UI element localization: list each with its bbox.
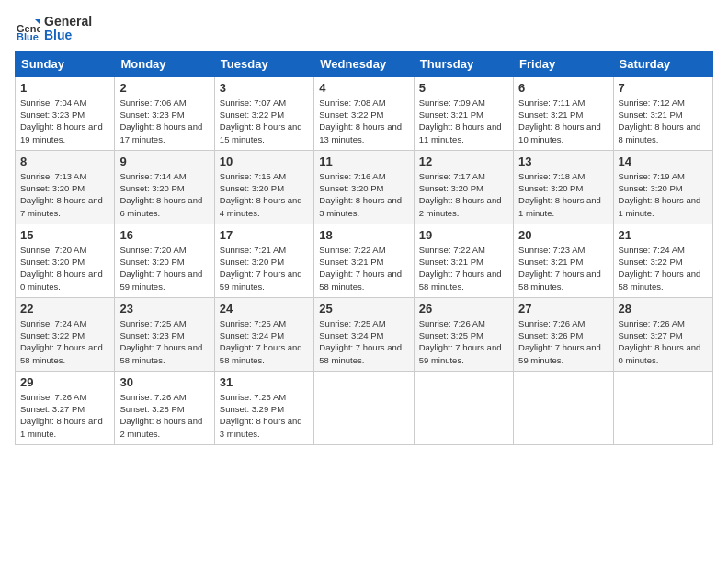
day-number: 1: [20, 81, 109, 95]
cell-text: Sunrise: 7:07 AM Sunset: 3:22 PM Dayligh…: [220, 98, 302, 144]
calendar-cell: 1 Sunrise: 7:04 AM Sunset: 3:23 PM Dayli…: [16, 76, 115, 150]
calendar-week-row: 29 Sunrise: 7:26 AM Sunset: 3:27 PM Dayl…: [16, 371, 713, 444]
calendar-week-row: 1 Sunrise: 7:04 AM Sunset: 3:23 PM Dayli…: [16, 76, 713, 150]
cell-text: Sunrise: 7:16 AM Sunset: 3:20 PM Dayligh…: [319, 171, 402, 218]
calendar-cell: 2 Sunrise: 7:06 AM Sunset: 3:23 PM Dayli…: [115, 76, 214, 150]
day-number: 5: [419, 81, 508, 95]
day-number: 10: [220, 155, 309, 168]
cell-text: Sunrise: 7:21 AM Sunset: 3:20 PM Dayligh…: [220, 245, 302, 292]
calendar-cell: 19 Sunrise: 7:22 AM Sunset: 3:21 PM Dayl…: [414, 224, 513, 297]
calendar-cell: 21 Sunrise: 7:24 AM Sunset: 3:22 PM Dayl…: [613, 224, 712, 297]
column-header-monday: Monday: [115, 51, 214, 76]
day-number: 27: [518, 302, 608, 316]
day-number: 7: [619, 81, 708, 95]
calendar-cell: 17 Sunrise: 7:21 AM Sunset: 3:20 PM Dayl…: [214, 224, 313, 297]
day-number: 30: [119, 375, 209, 389]
calendar-cell: 11 Sunrise: 7:16 AM Sunset: 3:20 PM Dayl…: [314, 150, 414, 224]
cell-text: Sunrise: 7:04 AM Sunset: 3:23 PM Dayligh…: [20, 98, 103, 144]
day-number: 13: [518, 155, 608, 168]
calendar-cell: 24 Sunrise: 7:25 AM Sunset: 3:24 PM Dayl…: [214, 297, 313, 371]
svg-text:Blue: Blue: [17, 31, 39, 41]
calendar-cell: [314, 371, 414, 444]
cell-text: Sunrise: 7:14 AM Sunset: 3:20 PM Dayligh…: [119, 171, 202, 218]
day-number: 22: [20, 302, 109, 316]
cell-text: Sunrise: 7:12 AM Sunset: 3:21 PM Dayligh…: [619, 98, 701, 144]
day-number: 3: [220, 81, 309, 95]
cell-text: Sunrise: 7:11 AM Sunset: 3:21 PM Dayligh…: [518, 98, 601, 144]
day-number: 25: [319, 302, 408, 316]
calendar-cell: 5 Sunrise: 7:09 AM Sunset: 3:21 PM Dayli…: [414, 76, 513, 150]
calendar-cell: 12 Sunrise: 7:17 AM Sunset: 3:20 PM Dayl…: [414, 150, 513, 224]
calendar-week-row: 15 Sunrise: 7:20 AM Sunset: 3:20 PM Dayl…: [16, 224, 713, 297]
cell-text: Sunrise: 7:22 AM Sunset: 3:21 PM Dayligh…: [419, 245, 502, 292]
day-number: 8: [20, 155, 109, 168]
calendar-cell: 27 Sunrise: 7:26 AM Sunset: 3:26 PM Dayl…: [514, 297, 613, 371]
cell-text: Sunrise: 7:25 AM Sunset: 3:24 PM Dayligh…: [220, 318, 302, 365]
day-number: 6: [518, 81, 608, 95]
cell-text: Sunrise: 7:06 AM Sunset: 3:23 PM Dayligh…: [119, 98, 202, 144]
cell-text: Sunrise: 7:26 AM Sunset: 3:27 PM Dayligh…: [619, 318, 701, 365]
day-number: 26: [419, 302, 508, 316]
logo: General Blue General Blue: [15, 15, 92, 43]
column-header-friday: Friday: [514, 51, 613, 76]
calendar-cell: 4 Sunrise: 7:08 AM Sunset: 3:22 PM Dayli…: [314, 76, 414, 150]
calendar-cell: 8 Sunrise: 7:13 AM Sunset: 3:20 PM Dayli…: [16, 150, 115, 224]
cell-text: Sunrise: 7:25 AM Sunset: 3:23 PM Dayligh…: [119, 318, 202, 365]
calendar-cell: 14 Sunrise: 7:19 AM Sunset: 3:20 PM Dayl…: [613, 150, 712, 224]
column-header-thursday: Thursday: [414, 51, 513, 76]
day-number: 28: [619, 302, 708, 316]
logo-icon: General Blue: [15, 16, 40, 41]
column-header-sunday: Sunday: [16, 51, 115, 76]
cell-text: Sunrise: 7:13 AM Sunset: 3:20 PM Dayligh…: [20, 171, 103, 218]
calendar-cell: 6 Sunrise: 7:11 AM Sunset: 3:21 PM Dayli…: [514, 76, 613, 150]
day-number: 12: [419, 155, 508, 168]
cell-text: Sunrise: 7:26 AM Sunset: 3:25 PM Dayligh…: [419, 318, 502, 365]
day-number: 16: [119, 228, 209, 242]
calendar-cell: 9 Sunrise: 7:14 AM Sunset: 3:20 PM Dayli…: [115, 150, 214, 224]
calendar-cell: 18 Sunrise: 7:22 AM Sunset: 3:21 PM Dayl…: [314, 224, 414, 297]
logo-blue-text: Blue: [44, 29, 92, 42]
calendar-cell: 15 Sunrise: 7:20 AM Sunset: 3:20 PM Dayl…: [16, 224, 115, 297]
calendar-cell: 25 Sunrise: 7:25 AM Sunset: 3:24 PM Dayl…: [314, 297, 414, 371]
cell-text: Sunrise: 7:26 AM Sunset: 3:26 PM Dayligh…: [518, 318, 601, 365]
column-header-wednesday: Wednesday: [314, 51, 414, 76]
day-number: 29: [20, 375, 109, 389]
logo-general-text: General: [44, 15, 92, 29]
calendar-cell: 13 Sunrise: 7:18 AM Sunset: 3:20 PM Dayl…: [514, 150, 613, 224]
calendar-cell: 29 Sunrise: 7:26 AM Sunset: 3:27 PM Dayl…: [16, 371, 115, 444]
cell-text: Sunrise: 7:15 AM Sunset: 3:20 PM Dayligh…: [220, 171, 302, 218]
column-header-saturday: Saturday: [613, 51, 712, 76]
cell-text: Sunrise: 7:18 AM Sunset: 3:20 PM Dayligh…: [518, 171, 601, 218]
day-number: 17: [220, 228, 309, 242]
calendar-cell: 28 Sunrise: 7:26 AM Sunset: 3:27 PM Dayl…: [613, 297, 712, 371]
calendar-cell: 20 Sunrise: 7:23 AM Sunset: 3:21 PM Dayl…: [514, 224, 613, 297]
column-header-tuesday: Tuesday: [214, 51, 313, 76]
calendar-cell: 16 Sunrise: 7:20 AM Sunset: 3:20 PM Dayl…: [115, 224, 214, 297]
calendar-cell: 23 Sunrise: 7:25 AM Sunset: 3:23 PM Dayl…: [115, 297, 214, 371]
day-number: 31: [220, 375, 309, 389]
day-number: 4: [319, 81, 408, 95]
calendar-header-row: SundayMondayTuesdayWednesdayThursdayFrid…: [16, 51, 713, 76]
calendar-week-row: 22 Sunrise: 7:24 AM Sunset: 3:22 PM Dayl…: [16, 297, 713, 371]
day-number: 2: [119, 81, 209, 95]
calendar-cell: 7 Sunrise: 7:12 AM Sunset: 3:21 PM Dayli…: [613, 76, 712, 150]
calendar-cell: 22 Sunrise: 7:24 AM Sunset: 3:22 PM Dayl…: [16, 297, 115, 371]
day-number: 21: [619, 228, 708, 242]
cell-text: Sunrise: 7:09 AM Sunset: 3:21 PM Dayligh…: [419, 98, 502, 144]
cell-text: Sunrise: 7:26 AM Sunset: 3:29 PM Dayligh…: [220, 392, 302, 439]
cell-text: Sunrise: 7:23 AM Sunset: 3:21 PM Dayligh…: [518, 245, 601, 292]
calendar-cell: 26 Sunrise: 7:26 AM Sunset: 3:25 PM Dayl…: [414, 297, 513, 371]
cell-text: Sunrise: 7:22 AM Sunset: 3:21 PM Dayligh…: [319, 245, 402, 292]
calendar-cell: [414, 371, 513, 444]
cell-text: Sunrise: 7:20 AM Sunset: 3:20 PM Dayligh…: [20, 245, 103, 292]
day-number: 14: [619, 155, 708, 168]
calendar-cell: [613, 371, 712, 444]
calendar-cell: 31 Sunrise: 7:26 AM Sunset: 3:29 PM Dayl…: [214, 371, 313, 444]
calendar-cell: [514, 371, 613, 444]
cell-text: Sunrise: 7:24 AM Sunset: 3:22 PM Dayligh…: [20, 318, 103, 365]
calendar-cell: 30 Sunrise: 7:26 AM Sunset: 3:28 PM Dayl…: [115, 371, 214, 444]
day-number: 18: [319, 228, 408, 242]
cell-text: Sunrise: 7:26 AM Sunset: 3:27 PM Dayligh…: [20, 392, 103, 439]
cell-text: Sunrise: 7:17 AM Sunset: 3:20 PM Dayligh…: [419, 171, 502, 218]
calendar-cell: 3 Sunrise: 7:07 AM Sunset: 3:22 PM Dayli…: [214, 76, 313, 150]
